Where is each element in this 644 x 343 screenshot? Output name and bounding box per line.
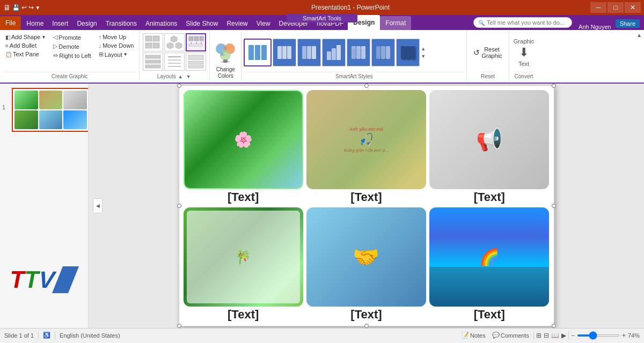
style-btn-5[interactable] — [371, 39, 395, 66]
demote-btn[interactable]: ▷ Demote — [51, 42, 93, 50]
smartart-tools-label: SmartArt Tools — [287, 14, 357, 23]
cell-6-image: 🌈 — [429, 207, 549, 307]
handle-tl[interactable] — [177, 84, 181, 88]
handle-bm[interactable] — [364, 324, 369, 328]
undo-btn[interactable]: ↩ — [21, 4, 27, 11]
layout-item-3[interactable] — [186, 33, 206, 51]
style-btn-2[interactable] — [297, 39, 321, 66]
zoom-slider[interactable] — [577, 334, 620, 337]
reset-graphic-btn[interactable]: ↺ ResetGraphic — [470, 45, 506, 60]
convert-icon: ⬇ — [519, 46, 529, 59]
slide-canvas[interactable]: 🌸 [Text] Anh yêu em mà 🎣 Đừng giận nữa a… — [179, 85, 554, 326]
layout-icon: ⊞ — [99, 51, 104, 58]
handle-bl[interactable] — [177, 324, 181, 328]
svg-marker-5 — [167, 42, 173, 49]
right-to-left-btn[interactable]: ⇔ Right to Left — [51, 51, 93, 59]
tell-me-input[interactable] — [487, 19, 567, 26]
change-colors-group[interactable]: ChangeColors — [210, 31, 241, 81]
style-btn-6[interactable] — [396, 39, 420, 66]
notes-btn[interactable]: 📝 Notes — [459, 331, 488, 340]
slide-info: Slide 1 of 1 — [4, 332, 34, 339]
slide-sorter-btn[interactable]: ⊟ — [544, 332, 549, 339]
rtl-icon: ⇔ — [53, 52, 58, 59]
move-down-btn[interactable]: ↓ Move Down — [97, 42, 136, 49]
tab-slideshow[interactable]: Slide Show — [181, 17, 222, 30]
accessibility-icon: ♿ — [43, 332, 50, 339]
layout-btn[interactable]: ⊞ Layout ▼ — [97, 50, 136, 58]
style-btn-1[interactable] — [273, 39, 296, 66]
zoom-out-btn[interactable]: − — [571, 332, 575, 339]
redo-btn[interactable]: ↪ — [28, 4, 34, 11]
layout-item-1[interactable] — [143, 33, 163, 51]
status-left: Slide 1 of 1 ♿ English (United States) — [4, 332, 120, 339]
comments-btn[interactable]: 💬 Comments — [490, 331, 531, 340]
slideshow-btn[interactable]: ▶ — [561, 332, 566, 339]
layout-item-4[interactable] — [143, 53, 163, 71]
save-btn[interactable]: 💾 — [12, 4, 20, 11]
language-label: English (United States) — [60, 332, 120, 339]
tab-insert[interactable]: Insert — [48, 17, 72, 30]
convert-group[interactable]: Graphic ⬇ Text Convert — [509, 31, 539, 81]
styles-scroll[interactable]: ▲ ▼ — [421, 46, 426, 59]
qa-more-btn[interactable]: ▼ — [35, 5, 40, 11]
layouts-scroll-down[interactable]: ▼ — [185, 74, 192, 79]
layout-item-2[interactable] — [164, 33, 185, 51]
tell-me-box[interactable]: 🔍 — [473, 17, 572, 28]
handle-br[interactable] — [552, 324, 556, 328]
style-btn-4[interactable] — [347, 39, 370, 66]
convert-label: Convert — [514, 72, 535, 79]
tab-animations[interactable]: Animations — [141, 17, 181, 30]
svg-rect-23 — [188, 65, 203, 68]
handle-mr[interactable] — [552, 204, 556, 208]
style-btn-3[interactable] — [322, 39, 346, 66]
svg-marker-4 — [171, 36, 177, 42]
text-pane-btn[interactable]: 📋 Text Pane — [3, 50, 48, 58]
cell-6: 🌈 [Text] — [429, 207, 549, 322]
cell-6-label: [Text] — [474, 308, 505, 322]
tab-review[interactable]: Review — [222, 17, 252, 30]
move-up-btn[interactable]: ↑ Move Up — [97, 33, 136, 41]
add-shape-btn[interactable]: ◧ Add Shape ▼ — [3, 33, 48, 41]
add-bullet-icon: ≡ — [5, 43, 9, 49]
logo-v: V — [38, 268, 55, 292]
tab-design[interactable]: Design — [72, 17, 101, 30]
thumb-cell-3 — [63, 91, 87, 109]
graphic-label: Graphic — [514, 38, 535, 44]
tab-view[interactable]: View — [252, 17, 275, 30]
promote-btn[interactable]: ◁ Promote — [51, 33, 93, 41]
normal-view-btn[interactable]: ⊞ — [536, 332, 541, 339]
share-button[interactable]: Share — [616, 19, 640, 28]
tab-transitions[interactable]: Transitions — [101, 17, 141, 30]
style-selected[interactable] — [244, 39, 272, 66]
add-bullet-btn[interactable]: ≡ Add Bullet — [3, 42, 48, 49]
svg-rect-8 — [194, 36, 199, 41]
logo-area: T T V — [0, 264, 89, 296]
tab-home[interactable]: Home — [22, 17, 48, 30]
layout-item-5[interactable] — [164, 53, 185, 71]
zoom-in-btn[interactable]: + — [622, 332, 626, 339]
minimize-btn[interactable]: ─ — [590, 2, 606, 13]
text-pane-icon: 📋 — [5, 51, 12, 57]
handle-tm[interactable] — [364, 84, 369, 88]
accessibility-btn[interactable]: ♿ — [43, 332, 50, 339]
svg-rect-21 — [188, 55, 203, 59]
svg-rect-1 — [153, 36, 159, 41]
reading-view-btn[interactable]: 📖 — [551, 332, 559, 339]
handle-ml[interactable] — [177, 204, 181, 208]
slide-thumbnail[interactable] — [12, 88, 89, 132]
svg-marker-6 — [175, 42, 182, 49]
reset-label: Reset — [481, 72, 495, 79]
handle-tr[interactable] — [552, 84, 556, 88]
user-name: Anh Nguyen — [574, 24, 616, 30]
layouts-scroll-up[interactable]: ▲ — [177, 74, 184, 79]
tab-sa-format[interactable]: Format — [380, 16, 411, 30]
close-btn[interactable]: ✕ — [625, 2, 641, 13]
layout-item-6[interactable] — [186, 53, 206, 71]
create-graphic-label: Create Graphic — [3, 72, 136, 79]
maximize-btn[interactable]: □ — [608, 2, 624, 13]
cell-5: 🤝 [Text] — [306, 207, 426, 322]
panel-collapse-btn[interactable]: ◀ — [93, 198, 103, 213]
ribbon-expand-btn[interactable]: ▲ — [636, 32, 642, 38]
tab-file[interactable]: File — [0, 16, 21, 30]
reset-group: ↺ ResetGraphic Reset — [467, 31, 509, 81]
